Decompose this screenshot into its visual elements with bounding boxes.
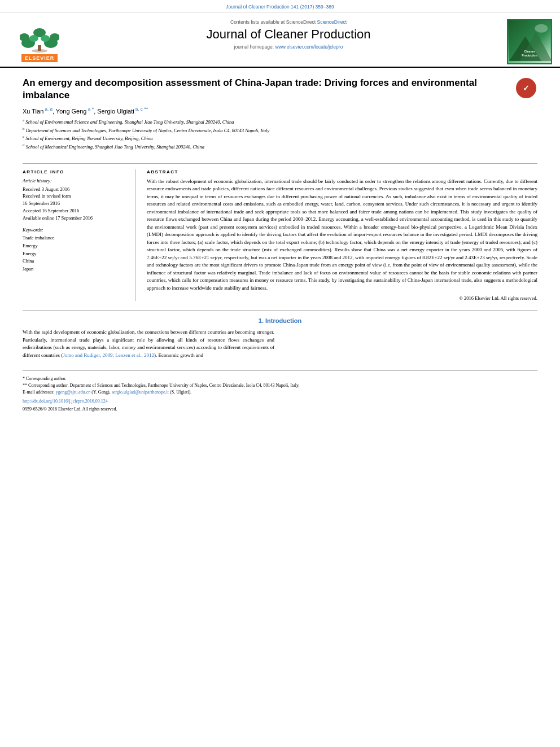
affil-d: d School of Mechanical Engineering, Shan… bbox=[23, 143, 509, 151]
article-title-section: An emergy and decomposition assessment o… bbox=[23, 77, 537, 156]
keyword-trade-imbalance: Trade imbalance bbox=[23, 234, 127, 242]
abstract-text: With the robust development of economic … bbox=[147, 178, 537, 292]
history-revised-date: 16 September 2016 bbox=[23, 200, 127, 207]
footer-email1-link[interactable]: ygeng@sjtu.edu.cn bbox=[56, 390, 91, 395]
crossmark-svg: ✓ bbox=[518, 80, 535, 97]
sciencedirect-link[interactable]: ScienceDirect bbox=[317, 19, 347, 25]
intro-section-title: 1. Introduction bbox=[23, 317, 537, 324]
footer-note1: * Corresponding author. bbox=[23, 375, 537, 382]
svg-text:✓: ✓ bbox=[523, 84, 530, 93]
elsevier-wordmark: ELSEVIER bbox=[21, 54, 58, 62]
elsevier-logo: ELSEVIER bbox=[20, 21, 59, 62]
svg-point-7 bbox=[41, 35, 50, 42]
sciencedirect-line: Contents lists available at ScienceDirec… bbox=[79, 19, 498, 25]
article-info-label: ARTICLE INFO bbox=[23, 169, 127, 174]
journal-center-content: Contents lists available at ScienceDirec… bbox=[73, 17, 504, 67]
history-online: Available online 17 September 2016 bbox=[23, 215, 127, 222]
intro-ref-jomo[interactable]: Jomo and Rudiger, 2009; Lenzen et al., 2… bbox=[63, 352, 154, 358]
svg-text:Production: Production bbox=[522, 54, 537, 57]
affil-sup-b: b bbox=[23, 126, 25, 131]
author-sergio-ulgiati: Sergio Ulgiati bbox=[97, 108, 134, 115]
keyword-japan: Japan bbox=[23, 265, 127, 273]
keyword-emergy: Emergy bbox=[23, 242, 127, 250]
author-xu-tian-sup: a, d bbox=[43, 107, 53, 112]
cp-badge-svg: Cleaner Production bbox=[508, 20, 551, 61]
history-received: Received 3 August 2016 bbox=[23, 186, 127, 193]
top-bar: Journal of Cleaner Production 141 (2017)… bbox=[0, 0, 560, 12]
intro-col-right bbox=[286, 329, 537, 359]
article-history-label: Article history: bbox=[23, 178, 127, 184]
history-revised-label: Received in revised form bbox=[23, 193, 127, 200]
author-xu-tian: Xu Tian bbox=[23, 108, 43, 115]
abstract-label: ABSTRACT bbox=[147, 169, 537, 174]
footer-emails: E-mail addresses: ygeng@sjtu.edu.cn (Y. … bbox=[23, 389, 537, 396]
affil-b: b Department of Sciences and Technologie… bbox=[23, 126, 509, 134]
crossmark-circle: ✓ bbox=[516, 78, 536, 98]
article-info-col: ARTICLE INFO Article history: Received 3… bbox=[23, 169, 135, 302]
intro-text-left2: ). Economic growth and bbox=[154, 352, 203, 358]
journal-header: ELSEVIER Contents lists available at Sci… bbox=[0, 12, 560, 68]
page-container: Journal of Cleaner Production 141 (2017)… bbox=[0, 0, 560, 747]
affil-text-b: Department of Sciences and Technologies,… bbox=[26, 127, 270, 133]
homepage-url[interactable]: www.elsevier.com/locate/jclepro bbox=[275, 44, 343, 50]
svg-point-9 bbox=[32, 49, 47, 53]
affil-text-d: School of Mechanical Engineering, Shangh… bbox=[26, 144, 204, 150]
elsevier-tree-icon bbox=[20, 21, 59, 53]
article-title: An emergy and decomposition assessment o… bbox=[23, 77, 509, 102]
footer-email1-person: (Y. Geng), bbox=[91, 390, 110, 395]
intro-two-col: With the rapid development of economic g… bbox=[23, 329, 537, 359]
homepage-label: journal homepage: bbox=[234, 44, 274, 50]
keywords-label: Keywords: bbox=[23, 227, 127, 233]
affil-sup-c: c bbox=[23, 134, 24, 139]
elsevier-logo-section: ELSEVIER bbox=[0, 17, 73, 67]
footer-email2-link[interactable]: sergio.ulgiati@uniparthenope.it bbox=[112, 390, 169, 395]
footer-email2-person: (S. Ulgiati). bbox=[170, 390, 191, 395]
crossmark-icon[interactable]: ✓ bbox=[515, 77, 537, 99]
author-sergio-ulgiati-sup: b, c bbox=[134, 107, 143, 112]
cp-badge-image: Cleaner Production bbox=[508, 20, 551, 63]
affil-c: c School of Environment, Beijing Normal … bbox=[23, 134, 509, 142]
cp-badge: Cleaner Production bbox=[507, 19, 552, 64]
two-col-section: ARTICLE INFO Article history: Received 3… bbox=[23, 163, 537, 302]
cp-logo-section: Cleaner Production bbox=[504, 17, 560, 67]
article-title-text: An emergy and decomposition assessment o… bbox=[23, 77, 509, 156]
footer-issn: 0959-6526/© 2016 Elsevier Ltd. All right… bbox=[23, 406, 537, 413]
author-yong-geng: Yong Geng bbox=[56, 108, 87, 115]
svg-point-13 bbox=[535, 24, 548, 33]
affil-text-a: School of Environmental Science and Engi… bbox=[25, 119, 234, 125]
journal-reference: Journal of Cleaner Production 141 (2017)… bbox=[226, 4, 334, 10]
journal-title: Journal of Cleaner Production bbox=[79, 27, 498, 42]
keywords-section: Keywords: Trade imbalance Emergy Energy … bbox=[23, 227, 127, 273]
svg-point-6 bbox=[29, 35, 38, 42]
footer-note2: ** Corresponding author. Department of S… bbox=[23, 382, 537, 389]
authors-line: Xu Tian a, d, Yong Geng a *, Sergio Ulgi… bbox=[23, 106, 509, 115]
abstract-col: ABSTRACT With the robust development of … bbox=[147, 169, 537, 302]
history-accepted: Accepted 16 September 2016 bbox=[23, 207, 127, 215]
footer-doi: http://dx.doi.org/10.1016/j.jclepro.2016… bbox=[23, 398, 537, 405]
author-yong-geng-star: * bbox=[90, 106, 94, 112]
keyword-energy: Energy bbox=[23, 250, 127, 258]
footer-doi-link[interactable]: http://dx.doi.org/10.1016/j.jclepro.2016… bbox=[23, 399, 108, 404]
affil-text-c: School of Environment, Beijing Normal Un… bbox=[25, 136, 152, 141]
svg-text:Cleaner: Cleaner bbox=[524, 50, 535, 53]
footer-note2-text: ** Corresponding author. Department of S… bbox=[23, 383, 299, 388]
homepage-line: journal homepage: www.elsevier.com/locat… bbox=[79, 44, 498, 50]
sciencedirect-text: Contents lists available at ScienceDirec… bbox=[230, 19, 316, 25]
affil-sup-a: a bbox=[23, 118, 24, 123]
article-body: An emergy and decomposition assessment o… bbox=[0, 68, 560, 422]
affil-a: a School of Environmental Science and En… bbox=[23, 118, 509, 126]
author-sergio-ulgiati-star: ** bbox=[143, 106, 148, 112]
footer-notes: * Corresponding author. ** Corresponding… bbox=[23, 370, 537, 413]
abstract-copyright: © 2016 Elsevier Ltd. All rights reserved… bbox=[147, 295, 537, 301]
intro-col-left: With the rapid development of economic g… bbox=[23, 329, 274, 359]
introduction-section: 1. Introduction With the rapid developme… bbox=[23, 310, 537, 359]
affil-sup-d: d bbox=[23, 143, 25, 147]
keyword-china: China bbox=[23, 257, 127, 265]
affiliations: a School of Environmental Science and En… bbox=[23, 118, 509, 151]
footer-email-label: E-mail addresses: bbox=[23, 390, 56, 395]
